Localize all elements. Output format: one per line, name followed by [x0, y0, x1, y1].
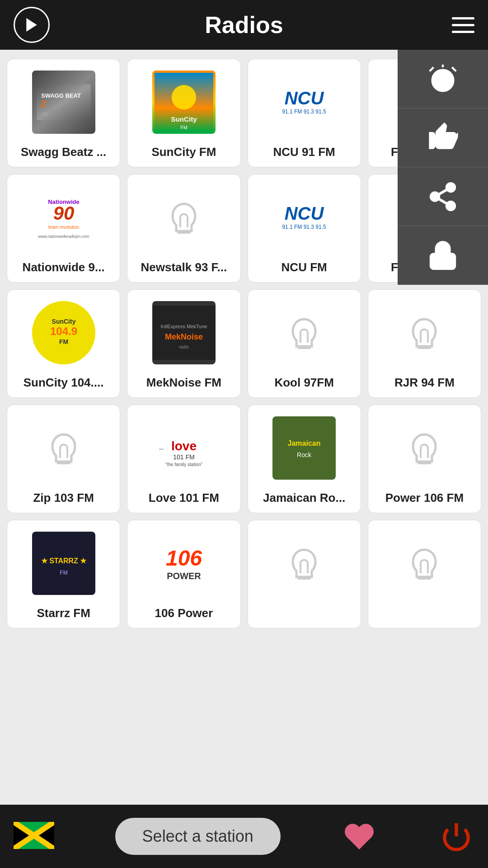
svg-text:Rock: Rock: [297, 451, 312, 458]
station-name: 106 Power: [155, 606, 213, 620]
svg-text:NCU: NCU: [285, 203, 324, 223]
station-logo: [373, 527, 476, 599]
svg-text:SunCity: SunCity: [171, 115, 197, 123]
lock-icon: [427, 240, 459, 271]
svg-text:Z: Z: [41, 99, 47, 108]
station-name: Newstalk 93 F...: [141, 260, 227, 274]
station-logo: [132, 181, 235, 254]
station-name: SunCity FM: [151, 145, 216, 159]
station-card[interactable]: [368, 520, 481, 628]
lock-panel-item[interactable]: [398, 226, 488, 285]
heart-button[interactable]: [341, 818, 377, 854]
station-card[interactable]: Nationwide 90 team revolution www.nation…: [7, 174, 120, 283]
alarm-clock-icon: [427, 63, 459, 95]
power-button[interactable]: [438, 818, 474, 854]
station-logo: [373, 297, 476, 369]
station-logo: — love 101 FM "the family station": [132, 412, 235, 484]
svg-text:FM: FM: [41, 112, 47, 117]
station-card[interactable]: — love 101 FM "the family station" Love …: [127, 405, 240, 513]
header: Radios: [0, 0, 488, 50]
svg-line-5: [438, 198, 447, 204]
svg-text:FM: FM: [59, 338, 68, 345]
station-card[interactable]: Kool 97FM: [248, 289, 361, 398]
station-name: Jamaican Ro...: [263, 491, 345, 505]
station-logo: ★ STARRZ ★ FM: [12, 527, 115, 599]
svg-point-2: [447, 183, 455, 191]
station-name: Zip 103 FM: [33, 491, 94, 505]
bottom-bar: Select a station: [0, 805, 488, 868]
svg-text:★ STARRZ ★: ★ STARRZ ★: [41, 557, 87, 565]
svg-text:FM: FM: [180, 125, 188, 130]
station-name: Kool 97FM: [274, 376, 333, 390]
station-card[interactable]: 106 POWER 106 Power: [127, 520, 240, 628]
svg-text:www.nationwideradiojm.com: www.nationwideradiojm.com: [38, 234, 89, 239]
svg-text:Jamaican: Jamaican: [288, 439, 321, 447]
side-panel: [398, 50, 488, 285]
thumbs-up-icon: [427, 122, 459, 154]
station-name: Swagg Beatz ...: [21, 145, 106, 159]
svg-text:MekNoise: MekNoise: [165, 332, 203, 341]
station-card[interactable]: Newstalk 93 F...: [127, 174, 240, 283]
station-card[interactable]: SunCity FM SunCity FM: [127, 59, 240, 167]
station-logo: Jamaican Rock: [253, 412, 356, 484]
svg-text:love: love: [171, 439, 197, 453]
station-logo: [373, 412, 476, 484]
svg-text:91.1 FM 91.3 91.5: 91.1 FM 91.3 91.5: [282, 108, 326, 115]
svg-text:SunCity: SunCity: [52, 318, 75, 325]
favorites-panel-item[interactable]: [398, 108, 488, 167]
station-logo: [253, 527, 356, 599]
svg-text:POWER: POWER: [167, 571, 201, 581]
station-name: SunCity 104....: [23, 376, 104, 390]
station-logo: IntlExpress MekTune MekNoise radio: [132, 297, 235, 369]
svg-text:FM: FM: [60, 570, 67, 576]
station-card[interactable]: NCU 91.1 FM 91.3 91.5 NCU FM: [248, 174, 361, 283]
svg-rect-70: [297, 576, 311, 580]
station-card[interactable]: ★ STARRZ ★ FM Starrz FM: [7, 520, 120, 628]
svg-rect-47: [418, 345, 431, 349]
station-card[interactable]: NCU 91.1 FM 91.3 91.5 NCU 91 FM: [248, 59, 361, 167]
svg-line-6: [438, 189, 447, 194]
station-name: Love 101 FM: [149, 491, 219, 505]
station-name: Power 106 FM: [385, 491, 464, 505]
station-card[interactable]: IntlExpress MekTune MekNoise radio MekNo…: [127, 289, 240, 398]
svg-text:IntlExpress MekTune: IntlExpress MekTune: [160, 324, 207, 329]
select-station-button[interactable]: Select a station: [115, 818, 281, 855]
station-name: Starrz FM: [37, 606, 90, 620]
station-name: MekNoise FM: [146, 376, 221, 390]
station-card[interactable]: Zip 103 FM: [7, 405, 120, 513]
svg-text:104.9: 104.9: [50, 325, 77, 337]
alarm-panel-item[interactable]: [398, 50, 488, 108]
station-card[interactable]: Jamaican Rock Jamaican Ro...: [248, 405, 361, 513]
svg-text:"the family station": "the family station": [165, 462, 203, 467]
svg-text:101 FM: 101 FM: [173, 453, 194, 461]
heart-icon: [343, 821, 375, 852]
svg-text:team revolution: team revolution: [48, 225, 79, 230]
station-card[interactable]: SWAGG BEAT Z FM Swagg Beatz ...: [7, 59, 120, 167]
station-logo: SWAGG BEAT Z FM: [12, 66, 115, 138]
flag-button[interactable]: [14, 822, 54, 851]
svg-text:NCU: NCU: [285, 88, 324, 108]
station-card[interactable]: [248, 520, 361, 628]
play-button[interactable]: [14, 7, 50, 43]
station-logo: [12, 412, 115, 484]
svg-rect-58: [272, 425, 336, 471]
share-panel-item[interactable]: [398, 167, 488, 226]
power-icon: [441, 821, 472, 852]
menu-button[interactable]: [452, 17, 474, 33]
svg-rect-50: [57, 461, 70, 464]
svg-text:radio: radio: [179, 344, 189, 349]
station-logo: 106 POWER: [132, 527, 235, 599]
station-card[interactable]: SunCity 104.9 FM SunCity 104....: [7, 289, 120, 398]
svg-point-3: [431, 193, 439, 201]
station-card[interactable]: RJR 94 FM: [368, 289, 481, 398]
svg-rect-73: [418, 576, 431, 580]
page-title: Radios: [205, 11, 283, 38]
station-name: Nationwide 9...: [23, 260, 105, 274]
station-card[interactable]: Power 106 FM: [368, 405, 481, 513]
station-logo: Nationwide 90 team revolution www.nation…: [12, 181, 115, 254]
svg-text:106: 106: [166, 546, 202, 570]
station-logo: NCU 91.1 FM 91.3 91.5: [253, 66, 356, 138]
svg-rect-44: [297, 345, 311, 349]
station-logo: SunCity FM: [132, 66, 235, 138]
svg-text:SWAGG BEAT: SWAGG BEAT: [41, 92, 81, 99]
